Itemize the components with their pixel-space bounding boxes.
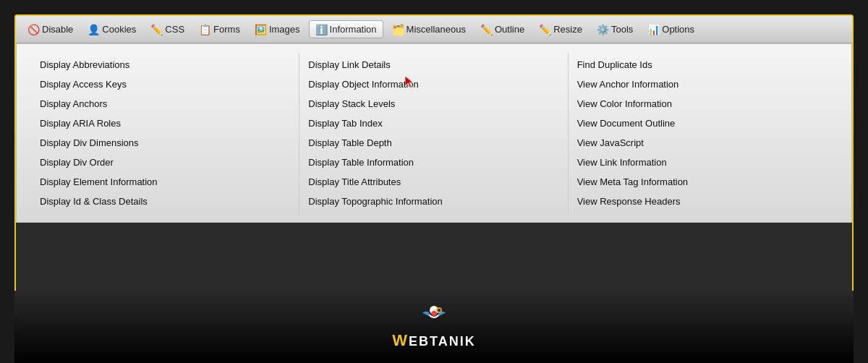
menu-item[interactable]: Display Table Depth bbox=[305, 134, 561, 152]
css-icon: ✏️ bbox=[150, 25, 163, 35]
toolbar-item-information[interactable]: ℹ️Information bbox=[309, 20, 383, 38]
disable-icon: 🚫 bbox=[27, 25, 40, 35]
tools-icon: ⚙️ bbox=[597, 25, 609, 35]
miscellaneous-icon: 🗂️ bbox=[392, 25, 404, 35]
svg-point-2 bbox=[438, 309, 441, 312]
toolbar-label-outline: Outline bbox=[495, 24, 524, 35]
toolbar-item-resize[interactable]: ✏️Resize bbox=[533, 21, 588, 38]
toolbar-label-images: Images bbox=[269, 24, 300, 35]
toolbar-item-outline[interactable]: ✏️Outline bbox=[475, 21, 530, 38]
options-icon: 📊 bbox=[647, 25, 660, 35]
toolbar-item-images[interactable]: 🖼️Images bbox=[249, 21, 306, 38]
toolbar-item-forms[interactable]: 📋Forms bbox=[193, 21, 246, 38]
logo: WEBTANIK bbox=[392, 304, 475, 350]
toolbar-item-disable[interactable]: 🚫Disable bbox=[22, 21, 79, 38]
toolbar-label-disable: Disable bbox=[42, 24, 73, 35]
toolbar-label-forms: Forms bbox=[213, 24, 240, 35]
menu-item[interactable]: Display Access Keys bbox=[37, 75, 293, 93]
menu-item[interactable]: View Color Information bbox=[574, 95, 831, 113]
menu-item[interactable]: Display Element Information bbox=[37, 173, 293, 191]
toolbar-item-tools[interactable]: ⚙️Tools bbox=[591, 21, 639, 38]
menu-item[interactable]: Display Tab Index bbox=[305, 114, 561, 132]
menu-item[interactable]: Display Title Attributes bbox=[305, 173, 561, 191]
information-icon: ℹ️ bbox=[315, 25, 328, 35]
menu-item[interactable]: Display Id & Class Details bbox=[37, 192, 293, 210]
toolbar-item-cookies[interactable]: 👤Cookies bbox=[82, 21, 142, 38]
toolbar-label-css: CSS bbox=[165, 24, 184, 35]
forms-icon: 📋 bbox=[199, 25, 211, 35]
toolbar-item-miscellaneous[interactable]: 🗂️Miscellaneous bbox=[386, 21, 472, 38]
menu-item[interactable]: View Document Outline bbox=[574, 114, 831, 132]
toolbar-label-information: Information bbox=[330, 24, 377, 35]
menu-panel: Display AbbreviationsDisplay Access Keys… bbox=[16, 43, 852, 223]
toolbar-label-tools: Tools bbox=[611, 24, 633, 35]
outline-icon: ✏️ bbox=[480, 25, 493, 35]
menu-item[interactable]: Display Div Order bbox=[37, 153, 293, 171]
menu-item[interactable]: Display Stack Levels bbox=[305, 95, 561, 113]
logo-text: WEBTANIK bbox=[392, 331, 475, 350]
column-middle: Display Link DetailsDisplay Object Infor… bbox=[299, 53, 568, 213]
column-left: Display AbbreviationsDisplay Access Keys… bbox=[31, 53, 299, 213]
resize-icon: ✏️ bbox=[539, 25, 551, 35]
toolbar: 🚫Disable👤Cookies✏️CSS📋Forms🖼️Imagesℹ️Inf… bbox=[16, 16, 852, 43]
toolbar-label-resize: Resize bbox=[553, 24, 582, 35]
toolbar-label-options: Options bbox=[662, 24, 694, 35]
toolbar-item-css[interactable]: ✏️CSS bbox=[145, 21, 190, 38]
menu-item[interactable]: Display Object Information bbox=[305, 75, 561, 93]
menu-item[interactable]: Display Link Details bbox=[305, 56, 561, 74]
menu-item[interactable]: View Link Information bbox=[574, 153, 831, 171]
images-icon: 🖼️ bbox=[255, 25, 267, 35]
menu-item[interactable]: View Meta Tag Information bbox=[574, 173, 831, 191]
menu-item[interactable]: View Anchor Information bbox=[574, 75, 831, 93]
menu-item[interactable]: Display Table Information bbox=[305, 153, 561, 171]
menu-item[interactable]: Find Duplicate Ids bbox=[574, 56, 831, 74]
menu-item[interactable]: View JavaScript bbox=[574, 134, 831, 152]
toolbar-item-options[interactable]: 📊Options bbox=[642, 21, 700, 38]
menu-item[interactable]: View Response Headers bbox=[574, 192, 831, 210]
menu-item[interactable]: Display Abbreviations bbox=[37, 56, 293, 74]
column-right: Find Duplicate IdsView Anchor Informatio… bbox=[569, 53, 837, 213]
menu-item[interactable]: Display Div Dimensions bbox=[37, 134, 293, 152]
cookies-icon: 👤 bbox=[88, 25, 100, 35]
menu-item[interactable]: Display Anchors bbox=[37, 95, 293, 113]
toolbar-label-miscellaneous: Miscellaneous bbox=[407, 24, 466, 35]
menu-item[interactable]: Display ARIA Roles bbox=[37, 114, 293, 132]
menu-item[interactable]: Display Topographic Information bbox=[305, 192, 561, 210]
toolbar-label-cookies: Cookies bbox=[102, 24, 136, 35]
